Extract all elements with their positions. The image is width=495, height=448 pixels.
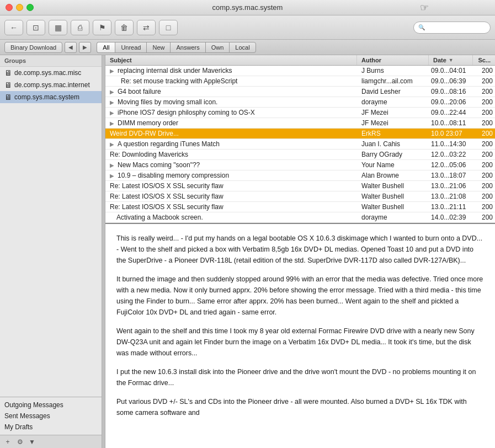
msg-subject: Activating a Macbook screen. xyxy=(105,212,357,222)
print-button[interactable]: ⎙ xyxy=(71,20,89,35)
search-input[interactable] xyxy=(427,24,486,31)
msg-date: 09.0...06:39 xyxy=(429,76,473,86)
add-group-button[interactable]: + xyxy=(2,437,13,447)
table-row[interactable]: ▶DIMM memory order JF Mezei 10.0...08:11… xyxy=(105,118,495,129)
table-row[interactable]: ▶Moving files by moving small icon. dora… xyxy=(105,97,495,108)
maximize-button[interactable] xyxy=(26,4,34,11)
binary-download-button[interactable]: Binary Download xyxy=(4,42,62,53)
settings-button[interactable]: ⚙ xyxy=(14,437,25,447)
date-column-header[interactable]: Date ▼ xyxy=(429,55,473,65)
table-row[interactable]: Re: Latest IOS/OS X SSL security flaw Wa… xyxy=(105,191,495,202)
table-row[interactable]: Activating a Macbook screen. dorayme 14.… xyxy=(105,212,495,223)
sidebar-item-de-misc[interactable]: 🖥 de.comp.sys.mac.misc xyxy=(0,67,102,79)
msg-score: 200 xyxy=(473,150,495,159)
transfer-button[interactable]: ⇄ xyxy=(137,20,156,35)
my-drafts[interactable]: My Drafts xyxy=(0,422,102,433)
msg-subject: ▶replacing internal disk under Mavericks xyxy=(105,66,357,76)
msg-score: 200 xyxy=(473,160,495,170)
msg-score: 200 xyxy=(473,191,495,201)
toolbar: ← ⊡ ▦ ⎙ ⚑ 🗑 ⇄ □ 🔍 xyxy=(0,15,495,40)
window-title: comp.sys.mac.system xyxy=(212,3,283,12)
sidebar-toolbar: + ⚙ ▼ xyxy=(0,435,102,448)
body-paragraph-0: This is really weird... - I'd put my han… xyxy=(116,233,484,266)
nav-forward-button[interactable]: ▶ xyxy=(79,42,91,53)
msg-subject: ▶New Macs coming "soon"?? xyxy=(105,160,357,170)
table-row-selected[interactable]: Weird DVD-RW Drive... ErkRS 10.0 23:07 2… xyxy=(105,129,495,139)
tab-local[interactable]: Local xyxy=(229,42,256,53)
msg-author: Walter Bushell xyxy=(357,202,429,212)
table-row[interactable]: ▶replacing internal disk under Mavericks… xyxy=(105,66,495,76)
minimize-button[interactable] xyxy=(16,4,23,11)
window-controls xyxy=(6,4,34,11)
msg-date: 13.0...18:07 xyxy=(429,170,473,180)
msg-score: 200 xyxy=(473,76,495,86)
search-box[interactable]: 🔍 xyxy=(413,22,491,34)
table-row[interactable]: ▶10.9 – disabling memory compression Ala… xyxy=(105,170,495,181)
table-row[interactable]: ▶New Macs coming "soon"?? Your Name 12.0… xyxy=(105,160,495,170)
search-icon: 🔍 xyxy=(418,24,425,30)
msg-score: 200 xyxy=(473,97,495,107)
msg-subject: ▶G4 boot failure xyxy=(105,87,357,97)
flag-button[interactable]: ⚑ xyxy=(93,20,111,35)
tab-answers[interactable]: Answers xyxy=(170,42,205,53)
msg-date: 11.0...14:30 xyxy=(429,139,473,149)
table-row[interactable]: Re: Downloding Mavericks Barry OGrady 12… xyxy=(105,150,495,160)
msg-score: 200 xyxy=(473,202,495,212)
sidebar-item-de-internet[interactable]: 🖥 de.comp.sys.mac.internet xyxy=(0,79,102,91)
table-row[interactable]: ▶G4 boot failure David Lesher 09.0...08:… xyxy=(105,87,495,97)
msg-date: 10.0 23:07 xyxy=(429,129,473,138)
msg-subject: Re: Latest IOS/OS X SSL security flaw xyxy=(105,181,357,191)
msg-author: Your Name xyxy=(357,160,429,170)
nav-back-button[interactable]: ◀ xyxy=(65,42,77,53)
sent-messages[interactable]: Sent Messages xyxy=(0,410,102,422)
msg-date: 12.0...05:06 xyxy=(429,160,473,170)
msg-author: Alan Browne xyxy=(357,170,429,180)
msg-subject: ▶Moving files by moving small icon. xyxy=(105,97,357,107)
msg-subject: Re: Latest IOS/OS X SSL security flaw xyxy=(105,191,357,201)
sidebar-item-comp-system[interactable]: 🖥 comp.sys.mac.system xyxy=(0,91,102,103)
table-row[interactable]: ▶A question regarding iTunes Match Juan … xyxy=(105,139,495,150)
tab-unread[interactable]: Unread xyxy=(115,42,146,53)
msg-date: 10.0...08:11 xyxy=(429,118,473,128)
msg-subject: Re: set mouse tracking with AppleScript xyxy=(105,76,357,86)
msg-score: 200 xyxy=(473,129,495,138)
mailbox-button[interactable]: ⊡ xyxy=(26,20,45,35)
table-row[interactable]: ▶iPhone IOS7 design philosphy coming to … xyxy=(105,108,495,118)
tab-own[interactable]: Own xyxy=(205,42,230,53)
msg-subject: Re: Downloding Mavericks xyxy=(105,150,357,159)
group-icon-2: 🖥 xyxy=(4,81,12,89)
message-list: Subject Author Date ▼ Sc... ▶replacing i… xyxy=(105,55,495,224)
tab-new[interactable]: New xyxy=(146,42,170,53)
score-column-header[interactable]: Sc... xyxy=(473,55,495,65)
msg-author: Barry OGrady xyxy=(357,150,429,159)
tab-all[interactable]: All xyxy=(97,42,115,53)
msg-subject: ▶10.9 – disabling memory compression xyxy=(105,170,357,180)
msg-author: dorayme xyxy=(357,97,429,107)
new-button[interactable]: □ xyxy=(159,20,178,35)
msg-score: 200 xyxy=(473,170,495,180)
tabbar: Binary Download ◀ ▶ All Unread New Answe… xyxy=(0,40,495,55)
group-icon: 🖥 xyxy=(4,68,12,77)
tab-group: All Unread New Answers Own Local xyxy=(97,42,256,53)
sidebar-header: Groups xyxy=(0,55,102,67)
msg-score: 200 xyxy=(473,139,495,149)
table-row[interactable]: Re: Latest IOS/OS X SSL security flaw Wa… xyxy=(105,181,495,191)
author-column-header[interactable]: Author xyxy=(357,55,429,65)
back-button[interactable]: ← xyxy=(4,20,23,35)
delete-button[interactable]: 🗑 xyxy=(115,20,134,35)
table-row[interactable]: Re: Latest IOS/OS X SSL security flaw Wa… xyxy=(105,202,495,212)
msg-author: JF Mezei xyxy=(357,118,429,128)
message-body: This is really weird... - I'd put my han… xyxy=(105,224,495,448)
outgoing-messages[interactable]: Outgoing Messages xyxy=(0,399,102,410)
content-area: Subject Author Date ▼ Sc... ▶replacing i… xyxy=(105,55,495,448)
msg-author: J Burns xyxy=(357,66,429,76)
action-button[interactable]: ▼ xyxy=(26,437,38,447)
msg-date: 13.0...21:06 xyxy=(429,181,473,191)
msg-subject: Re: Latest IOS/OS X SSL security flaw xyxy=(105,202,357,212)
table-row[interactable]: Re: set mouse tracking with AppleScript … xyxy=(105,76,495,87)
sidebar-item-label: de.comp.sys.mac.misc xyxy=(14,69,81,77)
subject-column-header[interactable]: Subject xyxy=(105,55,357,65)
sidebar-content: Groups 🖥 de.comp.sys.mac.misc 🖥 de.comp.… xyxy=(0,55,102,397)
image-button[interactable]: ▦ xyxy=(49,20,67,35)
close-button[interactable] xyxy=(6,4,13,11)
